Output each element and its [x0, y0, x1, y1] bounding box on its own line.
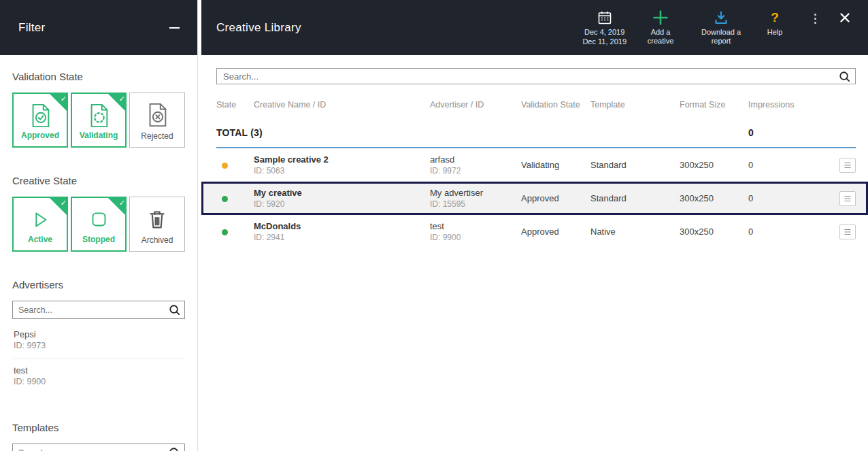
filter-tile-rejected[interactable]: Rejected: [129, 93, 185, 148]
add-creative-button[interactable]: Add a creative: [636, 10, 685, 46]
tile-label: Approved: [21, 131, 59, 140]
close-icon[interactable]: [837, 10, 853, 26]
filter-panel-header: Filter: [0, 0, 197, 55]
filter-tile-active[interactable]: ✓ Active: [12, 197, 68, 252]
column-header-advertiser[interactable]: Advertiser / ID: [430, 100, 521, 110]
templates-search: [12, 444, 185, 451]
advertiser-list-item[interactable]: Pepsi ID: 9973: [12, 323, 185, 359]
tile-label: Rejected: [141, 131, 173, 141]
advertiser-id: ID: 9900: [430, 233, 521, 242]
main-content: State Creative Name / ID Advertiser / ID…: [201, 55, 868, 248]
total-impressions: 0: [748, 127, 839, 138]
advertiser-id: ID: 9972: [430, 166, 521, 176]
table-row[interactable]: McDonalds ID: 2941 test ID: 9900 Approve…: [201, 215, 868, 248]
row-menu-icon[interactable]: [839, 224, 856, 239]
tile-label: Active: [28, 235, 52, 244]
table-row-selected[interactable]: My creative ID: 5920 My advertiser ID: 1…: [201, 182, 868, 215]
tile-label: Stopped: [82, 235, 115, 244]
table-body: Sample creative 2 ID: 5063 arfasd ID: 99…: [201, 148, 868, 248]
validation-state-tiles: ✓ Approved ✓ Valid: [12, 93, 185, 148]
search-icon[interactable]: [168, 303, 181, 316]
column-header-impressions[interactable]: Impressions: [748, 100, 839, 110]
advertiser-name: test: [14, 365, 184, 375]
help-label: Help: [767, 28, 783, 37]
section-title-advertisers: Advertisers: [12, 279, 185, 290]
validation-state-cell: Validating: [521, 160, 590, 170]
play-icon: [27, 207, 53, 233]
advertiser-name: My advertiser: [430, 188, 521, 198]
date-range-line2: Dec 11, 2019: [582, 37, 627, 46]
document-spinner-icon: [86, 103, 112, 129]
filter-tile-approved[interactable]: ✓ Approved: [12, 93, 68, 148]
filter-panel: Filter Validation State ✓ Approved ✓: [0, 0, 197, 451]
template-cell: Standard: [590, 193, 680, 203]
filter-tile-archived[interactable]: Archived: [129, 197, 185, 252]
template-cell: Standard: [590, 160, 680, 170]
creative-name: My creative: [254, 188, 430, 198]
date-range-line1: Dec 4, 2019: [584, 28, 624, 37]
impressions-cell: 0: [748, 193, 839, 203]
help-button[interactable]: ? Help: [757, 10, 792, 37]
collapse-filter-icon[interactable]: [169, 27, 180, 29]
document-x-icon: [144, 102, 170, 128]
column-header-creative-name[interactable]: Creative Name / ID: [254, 100, 430, 110]
validation-state-cell: Approved: [521, 227, 590, 237]
template-cell: Native: [590, 227, 680, 237]
table-header-row: State Creative Name / ID Advertiser / ID…: [216, 88, 856, 110]
advertiser-list-item[interactable]: test ID: 9900: [12, 359, 185, 395]
download-report-button[interactable]: Download a report: [690, 10, 752, 46]
advertiser-name: arfasd: [430, 154, 521, 165]
column-header-format-size[interactable]: Format Size: [680, 100, 748, 110]
format-size-cell: 300x250: [680, 227, 748, 237]
format-size-cell: 300x250: [680, 160, 748, 170]
advertiser-id: ID: 9973: [14, 341, 184, 350]
document-check-icon: [27, 103, 53, 129]
column-header-state[interactable]: State: [216, 100, 254, 110]
date-range-picker[interactable]: Dec 4, 2019 Dec 11, 2019: [578, 10, 631, 46]
creative-name: McDonalds: [254, 221, 430, 231]
validation-state-cell: Approved: [521, 193, 590, 203]
impressions-cell: 0: [748, 227, 839, 237]
plus-icon: [652, 10, 669, 26]
download-report-label: Download a report: [695, 28, 748, 46]
advertiser-name: test: [430, 221, 521, 231]
creative-name: Sample creative 2: [254, 154, 430, 165]
advertisers-search-input[interactable]: [12, 301, 185, 319]
filter-title: Filter: [18, 21, 46, 35]
total-label: TOTAL (3): [216, 127, 430, 138]
advertiser-name: Pepsi: [14, 329, 184, 339]
format-size-cell: 300x250: [680, 193, 748, 203]
status-dot: [222, 196, 228, 202]
kebab-menu-icon[interactable]: [807, 10, 823, 28]
templates-search-input[interactable]: [12, 444, 185, 451]
creative-state-tiles: ✓ Active ✓ Stopped: [12, 197, 185, 252]
trash-icon: [144, 206, 170, 232]
tile-label: Archived: [141, 235, 173, 245]
row-menu-icon[interactable]: [839, 191, 856, 206]
table-row[interactable]: Sample creative 2 ID: 5063 arfasd ID: 99…: [201, 148, 868, 182]
main-header: Creative Library Dec 4, 2019 Dec 11, 201…: [201, 0, 868, 55]
section-title-creative-state: Creative State: [12, 175, 185, 186]
advertiser-id: ID: 15595: [430, 199, 521, 209]
search-icon[interactable]: [838, 70, 851, 83]
filter-tile-stopped[interactable]: ✓ Stopped: [71, 197, 127, 252]
filter-tile-validating[interactable]: ✓ Validating: [71, 93, 127, 148]
header-actions: Dec 4, 2019 Dec 11, 2019 Add a creative: [578, 10, 856, 46]
creative-id: ID: 5920: [254, 199, 430, 209]
column-header-validation-state[interactable]: Validation State: [521, 100, 590, 110]
status-dot: [222, 229, 228, 235]
creative-search: [216, 68, 856, 84]
add-creative-label: Add a creative: [641, 28, 680, 46]
main-panel: Creative Library Dec 4, 2019 Dec 11, 201…: [201, 0, 868, 451]
question-icon: ?: [771, 10, 779, 26]
search-icon[interactable]: [168, 446, 181, 451]
app-window: Filter Validation State ✓ Approved ✓: [0, 0, 868, 451]
creative-search-input[interactable]: [216, 68, 856, 84]
section-title-templates: Templates: [12, 422, 185, 433]
column-header-template[interactable]: Template: [590, 100, 680, 110]
row-menu-icon[interactable]: [839, 158, 856, 173]
advertisers-list: Pepsi ID: 9973 test ID: 9900: [12, 323, 185, 395]
stop-icon: [86, 207, 112, 233]
advertisers-search: [12, 301, 185, 319]
advertiser-id: ID: 9900: [14, 377, 184, 386]
